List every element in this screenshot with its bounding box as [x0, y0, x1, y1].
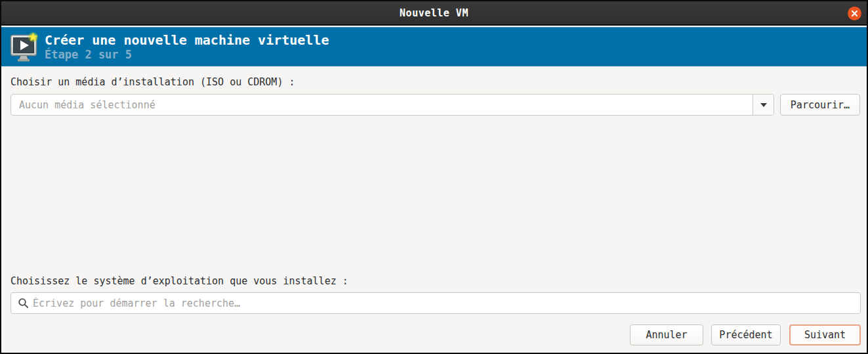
os-search-input[interactable]	[29, 298, 860, 309]
cancel-button[interactable]: Annuler	[630, 324, 703, 345]
next-button[interactable]: Suivant	[789, 324, 861, 345]
media-label: Choisir un média d’installation (ISO ou …	[10, 76, 295, 88]
media-combo-input[interactable]	[11, 95, 753, 115]
wizard-header-text: Créer une nouvelle machine virtuelle Éta…	[45, 33, 329, 62]
window-title: Nouvelle VM	[400, 7, 468, 19]
close-icon	[851, 10, 858, 17]
new-vm-dialog: Nouvelle VM	[0, 0, 868, 354]
wizard-step-indicator: Étape 2 sur 5	[45, 49, 329, 62]
browse-button[interactable]: Parcourir…	[780, 94, 860, 116]
os-label: Choisissez le système d’exploitation que…	[10, 275, 348, 287]
chevron-down-icon	[760, 103, 767, 107]
back-button[interactable]: Précédent	[711, 324, 781, 345]
close-button[interactable]	[848, 7, 861, 20]
search-icon	[18, 298, 29, 309]
vm-wizard-icon	[9, 32, 39, 63]
os-search-box	[10, 292, 861, 314]
media-combo	[10, 94, 774, 116]
media-combo-dropdown-button[interactable]	[753, 95, 774, 115]
wizard-title: Créer une nouvelle machine virtuelle	[45, 33, 329, 48]
wizard-header: Créer une nouvelle machine virtuelle Éta…	[1, 27, 867, 66]
titlebar[interactable]: Nouvelle VM	[1, 1, 867, 26]
